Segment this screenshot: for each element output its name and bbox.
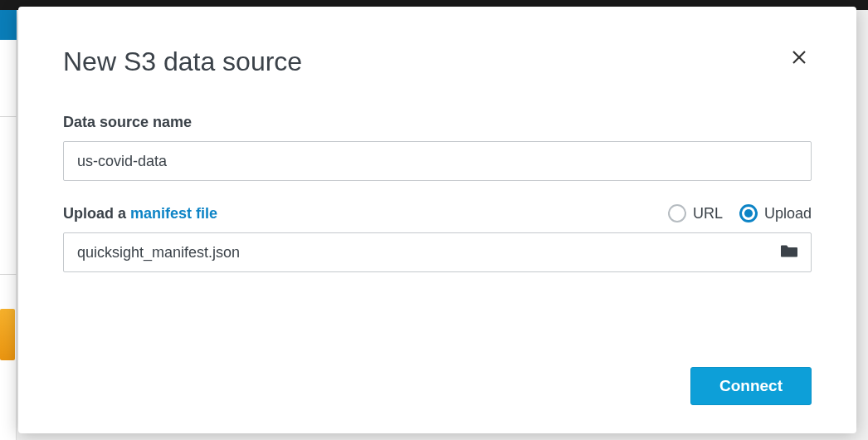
modal-footer: Connect [63, 350, 812, 405]
radio-option-url[interactable]: URL [668, 204, 723, 222]
manifest-file-link[interactable]: manifest file [130, 205, 217, 222]
radio-circle-icon [739, 204, 758, 222]
manifest-file-label: Upload a manifest file [63, 205, 217, 222]
backdrop-divider [0, 274, 17, 275]
manifest-label-prefix: Upload a [63, 205, 130, 222]
backdrop-tile-stub [0, 309, 15, 360]
backdrop-divider [0, 116, 17, 117]
close-button[interactable] [787, 46, 812, 68]
data-source-name-input[interactable] [63, 141, 812, 181]
data-source-name-group: Data source name [63, 114, 812, 181]
radio-circle-icon [668, 204, 686, 222]
manifest-source-radio-group: URL Upload [668, 204, 812, 222]
backdrop-header-stub [0, 10, 17, 40]
modal-title: New S3 data source [63, 46, 302, 77]
radio-label-url: URL [693, 205, 723, 222]
radio-dot-icon [744, 209, 753, 218]
data-source-name-label: Data source name [63, 114, 812, 131]
backdrop-side [0, 40, 17, 440]
new-s3-data-source-modal: New S3 data source Data source name Uplo… [18, 7, 856, 433]
browse-file-button[interactable] [775, 239, 803, 266]
radio-option-upload[interactable]: Upload [739, 204, 812, 222]
folder-icon [780, 244, 798, 259]
manifest-file-group: Upload a manifest file URL Upload [63, 204, 812, 272]
modal-header: New S3 data source [63, 46, 812, 77]
close-icon [792, 50, 807, 65]
radio-label-upload: Upload [764, 205, 812, 222]
connect-button[interactable]: Connect [690, 367, 812, 405]
manifest-file-input[interactable] [63, 232, 812, 272]
